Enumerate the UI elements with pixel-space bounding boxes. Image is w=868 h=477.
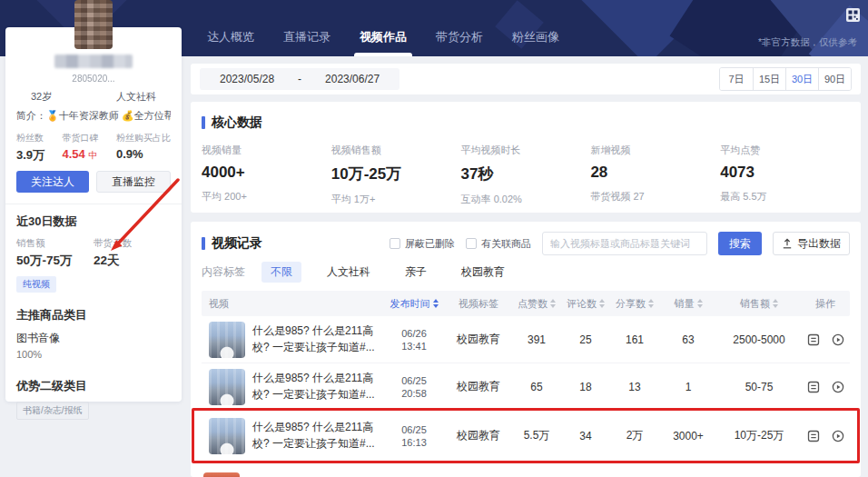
tab-live-records[interactable]: 直播记录 xyxy=(283,29,330,56)
play-video-icon[interactable] xyxy=(832,381,844,393)
column-header-video: 视频 xyxy=(202,291,383,316)
video-records-card: 视频记录 屏蔽已删除 有关联商品 搜索 导出数据 xyxy=(191,222,861,477)
qr-code-icon[interactable] xyxy=(846,8,860,22)
metric-label: 平均视频时长 xyxy=(461,144,591,157)
has-linked-product-checkbox[interactable]: 有关联商品 xyxy=(466,237,531,251)
table-row: 什么是985? 什么是211高校? 一定要让孩子知道#... 06/2613:4… xyxy=(202,316,850,363)
filter-campus-education[interactable]: 校园教育 xyxy=(452,262,514,283)
range-15d-button[interactable]: 15日 xyxy=(753,68,785,90)
column-header-video-tag: 视频标签 xyxy=(445,291,512,316)
metric-label: 视频销量 xyxy=(202,144,331,157)
filter-humanities[interactable]: 人文社科 xyxy=(318,262,380,283)
bio-text: 🏅十年资深教师 💰全方位帮... xyxy=(46,109,171,123)
column-header-revenue[interactable]: 销售额 xyxy=(717,291,801,316)
video-thumbnail[interactable] xyxy=(209,418,245,454)
filter-parenting[interactable]: 亲子 xyxy=(396,262,436,283)
column-header-sales[interactable]: 销量 xyxy=(659,291,717,316)
revenue-range: 50-75 xyxy=(717,363,801,410)
column-header-shares[interactable]: 分享数 xyxy=(610,291,659,316)
export-label: 导出数据 xyxy=(797,236,841,252)
checkbox-label: 屏蔽已删除 xyxy=(405,237,455,251)
table-header: 视频 发布时间 视频标签 点赞数 评论数 分享数 销量 销售额 操作 xyxy=(202,291,850,316)
profile-category: 人文社科 xyxy=(116,90,156,104)
video-thumbnail[interactable] xyxy=(209,322,245,358)
video-title[interactable]: 什么是985? 什么是211高校? 一定要让孩子知道#... xyxy=(252,323,383,355)
search-button[interactable]: 搜索 xyxy=(718,232,762,255)
hide-deleted-checkbox[interactable]: 屏蔽已删除 xyxy=(390,237,455,251)
follow-button[interactable]: 关注达人 xyxy=(16,171,89,193)
sub-category-title: 优势二级类目 xyxy=(16,378,171,394)
avg-likes-value: 4073 xyxy=(720,164,850,182)
profile-card: 2805020... 32岁 人文社科 简介： 🏅十年资深教师 💰全方位帮...… xyxy=(5,27,182,402)
sort-icon xyxy=(697,299,703,308)
report-icon[interactable] xyxy=(807,381,820,393)
tab-fans-portrait[interactable]: 粉丝画像 xyxy=(512,29,559,56)
fans-count: 3.9万 xyxy=(16,147,44,164)
likes-count: 5.5万 xyxy=(512,411,561,461)
date-range-picker[interactable]: 2023/05/28 - 2023/06/27 xyxy=(200,68,399,90)
revenue-range: 10万-25万 xyxy=(717,411,801,461)
tab-sales-analysis[interactable]: 带货分析 xyxy=(436,29,483,56)
checkbox-icon[interactable] xyxy=(466,238,477,249)
profile-name-blurred xyxy=(54,55,133,68)
sort-icon xyxy=(773,299,778,308)
stat-label: 粉丝数 xyxy=(16,132,44,144)
shares-count: 161 xyxy=(610,316,659,363)
publish-time: 20:58 xyxy=(401,388,427,399)
tab-overview[interactable]: 达人概览 xyxy=(207,29,254,56)
likes-count: 391 xyxy=(512,316,561,363)
video-revenue-value: 10万-25万 xyxy=(331,164,461,184)
publish-date: 06/25 xyxy=(401,424,427,435)
metric-label: 平均点赞 xyxy=(720,144,850,157)
range-90d-button[interactable]: 90日 xyxy=(818,68,851,90)
publish-time: 16:13 xyxy=(401,437,427,448)
report-icon[interactable] xyxy=(807,333,820,346)
avatar[interactable] xyxy=(74,0,113,49)
comments-count: 34 xyxy=(561,411,610,461)
sort-icon xyxy=(433,299,439,308)
content-tag-label: 内容标签 xyxy=(202,264,245,280)
live-monitor-button[interactable]: 直播监控 xyxy=(96,171,171,193)
video-title[interactable]: 什么是985? 什么是211高校? 一定要让孩子知道#... xyxy=(252,420,383,452)
sales-count: 3000+ xyxy=(659,411,717,461)
video-tag: 校园教育 xyxy=(445,411,512,461)
main-category-name: 图书音像 xyxy=(16,331,171,346)
purchase-ratio: 0.9% xyxy=(116,147,171,161)
sales-days-label: 带货天数 xyxy=(94,237,171,250)
core-data-title: 核心数据 xyxy=(212,114,262,131)
table-row: 什么是985? 什么是211高校? 一定要让孩子知道#... 06/2520:5… xyxy=(202,363,850,411)
reputation-score: 4.54 xyxy=(63,147,85,161)
search-input[interactable] xyxy=(542,232,707,255)
column-header-likes[interactable]: 点赞数 xyxy=(512,291,561,316)
video-sales-value: 4000+ xyxy=(202,164,331,182)
metric-sub: 平均 200+ xyxy=(202,190,331,204)
range-30d-button[interactable]: 30日 xyxy=(785,68,818,90)
sort-icon xyxy=(550,299,556,308)
video-thumbnail[interactable] xyxy=(209,369,245,405)
range-7d-button[interactable]: 7日 xyxy=(720,68,753,90)
metric-sub: 最高 5.5万 xyxy=(720,190,850,204)
checkbox-icon[interactable] xyxy=(390,238,400,249)
metric-sub: 互动率 0.02% xyxy=(461,193,591,206)
column-header-comments[interactable]: 评论数 xyxy=(561,291,610,316)
stat-label: 粉丝购买占比 xyxy=(116,132,171,144)
export-data-button[interactable]: 导出数据 xyxy=(773,232,850,255)
column-header-publish-time[interactable]: 发布时间 xyxy=(383,291,445,316)
section-marker xyxy=(202,237,205,250)
comments-count: 25 xyxy=(561,316,610,363)
column-header-actions: 操作 xyxy=(801,291,850,316)
stat-label: 带货口碑 xyxy=(63,132,99,144)
reputation-level: 中 xyxy=(88,150,97,160)
metric-sub: 平均 1万+ xyxy=(331,193,461,206)
play-video-icon[interactable] xyxy=(832,430,844,442)
report-icon[interactable] xyxy=(807,430,820,442)
core-data-card: 核心数据 视频销量 4000+ 平均 200+ 视频销售额 10万-25万 平均… xyxy=(191,102,861,213)
tab-video-works[interactable]: 视频作品 xyxy=(360,29,407,56)
nav-tabs: 达人概览 直播记录 视频作品 带货分析 粉丝画像 xyxy=(207,29,559,56)
shares-count: 2万 xyxy=(610,411,659,461)
filter-unlimited[interactable]: 不限 xyxy=(261,262,301,283)
play-video-icon[interactable] xyxy=(832,333,844,346)
video-title[interactable]: 什么是985? 什么是211高校? 一定要让孩子知道#... xyxy=(252,371,383,402)
table-row-highlighted: 什么是985? 什么是211高校? 一定要让孩子知道#... 06/2516:1… xyxy=(202,411,850,462)
publish-date: 06/26 xyxy=(401,328,427,339)
